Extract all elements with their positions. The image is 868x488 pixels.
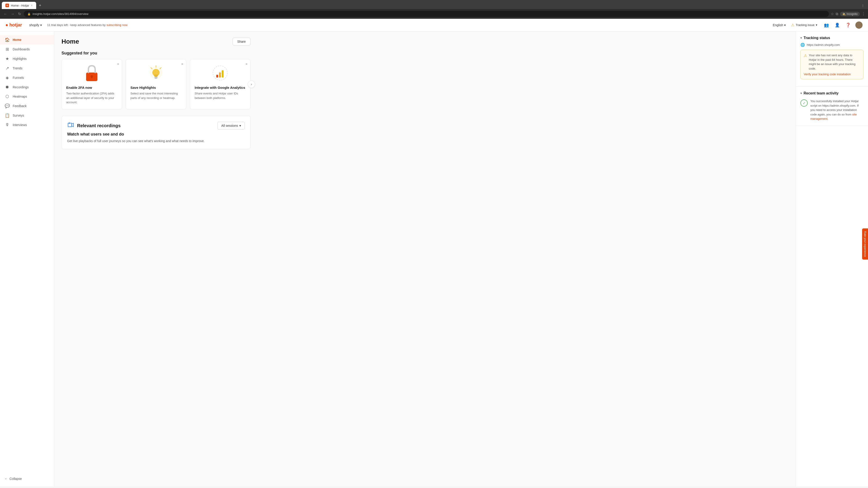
user-avatar[interactable] (855, 22, 863, 29)
tracking-status-label: Tracking status (804, 36, 830, 40)
top-navigation: ● hotjar shopify ▾ 11 trial days left - … (0, 19, 868, 31)
home-icon: 🏠 (4, 37, 10, 42)
tracking-warning-box: ⚠ Your site has not sent any data to Hot… (800, 50, 864, 79)
site-url-text: https://admin.shopify.com (807, 43, 840, 46)
card-close-analytics[interactable]: × (246, 62, 248, 66)
sidebar-label-trends: Trends (13, 66, 22, 70)
card-close-2fa[interactable]: × (117, 62, 119, 66)
activity-period: . (828, 117, 829, 121)
sidebar-label-home: Home (13, 38, 22, 41)
back-button[interactable]: ← (3, 11, 8, 17)
sidebar-label-recordings: Recordings (13, 86, 29, 89)
sidebar-label-heatmaps: Heatmaps (13, 95, 27, 98)
rate-experience-label: Rate your experience (864, 231, 867, 257)
sidebar-item-surveys[interactable]: 📋 Surveys (0, 111, 54, 120)
trial-text: 11 trial days left - keep advanced featu… (47, 23, 106, 27)
nav-right: English ▾ ⚠ Tracking issue ▾ 👥 👤 ❓ (773, 22, 863, 29)
svg-point-15 (69, 123, 70, 124)
language-selector[interactable]: English ▾ (773, 23, 786, 27)
logo-text: ● hotjar (5, 22, 22, 28)
recordings-section-icon (67, 121, 74, 130)
warning-text: Your site has not sent any data to Hotja… (809, 53, 860, 71)
collapse-button[interactable]: ← Collapse (0, 475, 54, 483)
tracking-status-section: ▾ Tracking status 🌐 https://admin.shopif… (796, 31, 868, 87)
svg-rect-11 (216, 75, 218, 77)
sessions-dropdown[interactable]: All sessions ▾ (217, 122, 245, 129)
sidebar: 🏠 Home ⊞ Dashboards ★ Highlights ↗ Trend… (0, 31, 54, 486)
language-dropdown-icon: ▾ (784, 23, 786, 27)
card-desc-analytics: Share events and Hotjar user IDs between… (195, 91, 246, 100)
site-selector[interactable]: shopify ▾ (27, 22, 43, 28)
svg-rect-13 (222, 70, 223, 77)
activity-item: ✓ You successfully installed your Hotjar… (800, 99, 864, 121)
recordings-header: Relevant recordings All sessions ▾ (67, 121, 245, 130)
heatmaps-icon: ⬡ (4, 94, 10, 99)
bookmark-icon[interactable]: ☆ (831, 12, 834, 16)
card-icon-2fa (83, 64, 101, 82)
card-save-highlights[interactable]: × (126, 59, 186, 109)
suggested-section-title: Suggested for you (61, 51, 250, 56)
address-bar: ← → ↻ 🔒 insights.hotjar.com/sites/381499… (0, 9, 868, 19)
tracking-chevron-icon: ▾ (816, 23, 817, 27)
recent-activity-chevron[interactable]: ▾ (800, 92, 802, 95)
sidebar-item-heatmaps[interactable]: ⬡ Heatmaps (0, 92, 54, 101)
globe-icon: 🌐 (800, 43, 805, 47)
sessions-label: All sessions (221, 124, 238, 127)
sidebar-item-funnels[interactable]: ◈ Funnels (0, 73, 54, 83)
tab-favicon: H (5, 4, 9, 7)
svg-rect-9 (155, 78, 157, 78)
browser-chrome: H Home - Hotjar × + ⋮ ← → ↻ 🔒 insights.h… (0, 0, 868, 19)
browser-menu-icon[interactable]: ⋮ (862, 12, 865, 16)
sidebar-item-home[interactable]: 🏠 Home (0, 35, 54, 44)
language-label: English (773, 23, 783, 27)
browser-action-icons: ☆ ⧉ 🕵 Incognito ⋮ (831, 12, 865, 16)
card-desc-highlights: Select and save the most interesting par… (130, 91, 182, 100)
invite-button[interactable]: 👥 (823, 22, 830, 29)
tab-bar: H Home - Hotjar × + ⋮ (0, 0, 868, 9)
sidebar-item-dashboards[interactable]: ⊞ Dashboards (0, 44, 54, 54)
rate-experience-sidebar[interactable]: Rate your experience (862, 228, 868, 260)
recent-activity-title: ▾ Recent team activity (800, 91, 864, 95)
verify-tracking-link[interactable]: Verify your tracking code installation (804, 72, 860, 76)
browser-menu-button[interactable]: ⋮ (860, 3, 866, 8)
sidebar-item-recordings[interactable]: ⏺ Recordings (0, 83, 54, 92)
tab-icon[interactable]: ⧉ (836, 12, 838, 16)
card-enable-2fa[interactable]: × Enable 2FA (61, 59, 122, 109)
subscribe-link[interactable]: subscribing now (106, 23, 127, 27)
card-title-2fa: Enable 2FA now (66, 86, 117, 90)
tracking-site-url: 🌐 https://admin.shopify.com (800, 43, 864, 47)
card-icon-analytics (211, 64, 229, 82)
sidebar-item-interviews[interactable]: 🎙 Interviews (0, 120, 54, 129)
sidebar-label-interviews: Interviews (13, 123, 27, 127)
site-dropdown-icon: ▾ (40, 23, 42, 27)
warning-box-header: ⚠ Your site has not sent any data to Hot… (804, 53, 860, 71)
cards-next-button[interactable]: › (248, 80, 255, 88)
card-icon-highlights (147, 64, 165, 82)
share-button[interactable]: Share (232, 38, 250, 45)
svg-rect-2 (91, 76, 92, 78)
card-close-highlights[interactable]: × (181, 62, 183, 66)
suggestion-cards-row: × Enable 2FA (61, 59, 250, 109)
sidebar-item-highlights[interactable]: ★ Highlights (0, 54, 54, 64)
help-button[interactable]: ❓ (844, 22, 852, 29)
tracking-status-chevron[interactable]: ▾ (800, 36, 802, 39)
profile-button[interactable]: 👤 (834, 22, 841, 29)
address-input[interactable]: 🔒 insights.hotjar.com/sites/3814994/over… (24, 11, 829, 17)
sidebar-item-feedback[interactable]: 💬 Feedback (0, 101, 54, 111)
recent-activity-label: Recent team activity (804, 91, 839, 95)
interviews-icon: 🎙 (4, 123, 10, 127)
incognito-label: Incognito (846, 12, 858, 15)
card-integrate-analytics[interactable]: × (190, 59, 250, 109)
active-tab[interactable]: H Home - Hotjar × (2, 2, 36, 9)
sidebar-item-trends[interactable]: ↗ Trends (0, 64, 54, 73)
tab-close-button[interactable]: × (31, 4, 33, 7)
tracking-issue-button[interactable]: ⚠ Tracking issue ▾ (789, 22, 819, 28)
sidebar-label-feedback: Feedback (13, 104, 26, 108)
address-text: insights.hotjar.com/sites/3814994/overvi… (33, 12, 88, 15)
forward-button[interactable]: → (10, 11, 16, 17)
app: ● hotjar shopify ▾ 11 trial days left - … (0, 19, 868, 486)
collapse-label: Collapse (9, 477, 22, 481)
refresh-button[interactable]: ↻ (17, 11, 22, 17)
tracking-status-title: ▾ Tracking status (800, 36, 864, 40)
new-tab-button[interactable]: + (37, 2, 43, 9)
